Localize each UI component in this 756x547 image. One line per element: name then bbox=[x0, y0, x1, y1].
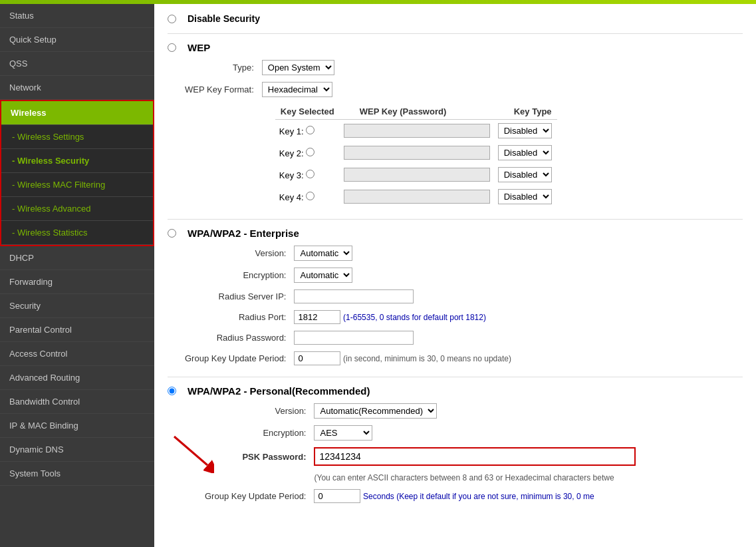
ent-encryption-select[interactable]: AutomaticTKIPAES bbox=[294, 268, 352, 283]
sidebar-item-status[interactable]: Status bbox=[0, 4, 154, 28]
wpa-personal-row: WPA/WPA2 - Personal(Recommended) bbox=[168, 385, 743, 397]
radius-password-label: Radius Password: bbox=[181, 327, 290, 348]
type-select[interactable]: Open System Shared Key Automatic bbox=[262, 60, 334, 75]
sidebar-item-network[interactable]: Network bbox=[0, 76, 154, 100]
wpa-personal-radio[interactable] bbox=[168, 387, 176, 395]
ent-encryption-label: Encryption: bbox=[181, 264, 290, 286]
sidebar-item-quicksetup[interactable]: Quick Setup bbox=[0, 28, 154, 52]
personal-group-key-note: Seconds (Keep it default if you are not … bbox=[363, 492, 594, 501]
key3-input[interactable] bbox=[344, 168, 490, 182]
group-key-input[interactable] bbox=[294, 351, 340, 365]
ent-version-select[interactable]: AutomaticWPAWPA2 bbox=[294, 246, 352, 261]
ent-encryption-row: Encryption: AutomaticTKIPAES bbox=[181, 264, 515, 286]
wireless-group: Wireless - Wireless Settings - Wireless … bbox=[0, 100, 154, 246]
psk-password-row: PSK Password: bbox=[201, 444, 640, 469]
sidebar-item-wireless-mac[interactable]: - Wireless MAC Filtering bbox=[1, 173, 153, 197]
psk-password-highlight bbox=[314, 447, 636, 466]
radius-password-input[interactable] bbox=[294, 331, 414, 345]
disable-security-radio[interactable] bbox=[168, 15, 176, 23]
psk-note: (You can enter ASCII characters between … bbox=[314, 473, 614, 482]
sidebar-item-security[interactable]: Security bbox=[0, 294, 154, 318]
sidebar-item-access-control[interactable]: Access Control bbox=[0, 342, 154, 366]
key4-label: Key 4: bbox=[275, 186, 340, 208]
key1-type-select[interactable]: Disabled64Bit128Bit bbox=[498, 123, 552, 138]
sidebar-item-wireless-security[interactable]: - Wireless Security bbox=[1, 149, 153, 173]
radius-ip-input[interactable] bbox=[294, 289, 414, 303]
wpa-enterprise-label: WPA/WPA2 - Enterprise bbox=[188, 228, 299, 239]
key1-radio[interactable] bbox=[306, 126, 315, 134]
key3-radio[interactable] bbox=[306, 170, 315, 178]
personal-version-label: Version: bbox=[201, 400, 310, 422]
personal-encryption-label: Encryption: bbox=[201, 422, 310, 444]
divider2 bbox=[168, 219, 743, 220]
sidebar-item-qss[interactable]: QSS bbox=[0, 52, 154, 76]
psk-note-row: (You can enter ASCII characters between … bbox=[201, 469, 640, 486]
wep-key-format-row: WEP Key Format: Hexadecimal ASCII bbox=[181, 79, 561, 100]
red-arrow-annotation bbox=[161, 433, 214, 475]
sidebar: Status Quick Setup QSS Network Wireless … bbox=[0, 4, 154, 547]
key2-label: Key 2: bbox=[275, 142, 340, 164]
key1-row: Key 1: Disabled64Bit128Bit bbox=[275, 120, 557, 142]
sidebar-item-dhcp[interactable]: DHCP bbox=[0, 246, 154, 270]
disable-security-label: Disable Security bbox=[188, 13, 260, 24]
key4-radio[interactable] bbox=[306, 192, 315, 200]
key3-type-select[interactable]: Disabled64Bit128Bit bbox=[498, 167, 552, 182]
wpa-enterprise-row: WPA/WPA2 - Enterprise bbox=[168, 228, 743, 240]
sidebar-item-dynamic-dns[interactable]: Dynamic DNS bbox=[0, 438, 154, 462]
wpa-enterprise-radio[interactable] bbox=[168, 229, 176, 238]
sidebar-item-wireless-advanced[interactable]: - Wireless Advanced bbox=[1, 197, 153, 221]
key2-type-select[interactable]: Disabled64Bit128Bit bbox=[498, 145, 552, 160]
key2-input[interactable] bbox=[344, 146, 490, 160]
wep-key-format-select[interactable]: Hexadecimal ASCII bbox=[262, 82, 332, 97]
sidebar-item-parental[interactable]: Parental Control bbox=[0, 318, 154, 342]
radius-port-input[interactable] bbox=[294, 310, 340, 324]
sidebar-item-forwarding[interactable]: Forwarding bbox=[0, 270, 154, 294]
sidebar-item-wireless[interactable]: Wireless bbox=[1, 101, 153, 125]
sidebar-item-ip-mac[interactable]: IP & MAC Binding bbox=[0, 414, 154, 438]
wep-keys-header-row: Key Selected WEP Key (Password) Key Type… bbox=[181, 100, 561, 211]
personal-group-key-row: Group Key Update Period: Seconds (Keep i… bbox=[201, 486, 640, 506]
radius-ip-label: Radius Server IP: bbox=[181, 286, 290, 307]
key1-input[interactable] bbox=[344, 124, 490, 138]
key3-label: Key 3: bbox=[275, 164, 340, 186]
radius-ip-row: Radius Server IP: bbox=[181, 286, 515, 307]
wpa-personal-table: Version: Automatic(Recommended)WPAWPA2 E… bbox=[201, 400, 640, 506]
wpa-enterprise-table: Version: AutomaticWPAWPA2 Encryption: Au… bbox=[181, 242, 515, 369]
radius-port-note: (1-65535, 0 stands for default port 1812… bbox=[343, 313, 486, 322]
type-label: Type: bbox=[181, 57, 258, 79]
personal-encryption-row: Encryption: AutomaticTKIPAES bbox=[201, 422, 640, 444]
key4-input[interactable] bbox=[344, 190, 490, 204]
group-key-row: Group Key Update Period: (in second, min… bbox=[181, 348, 515, 369]
sidebar-item-system-tools[interactable]: System Tools bbox=[0, 462, 154, 486]
group-key-label: Group Key Update Period: bbox=[181, 348, 290, 369]
personal-encryption-select[interactable]: AutomaticTKIPAES bbox=[314, 425, 372, 441]
personal-group-key-input[interactable] bbox=[314, 489, 360, 503]
key2-row: Key 2: Disabled64Bit128Bit bbox=[275, 142, 557, 164]
ent-version-label: Version: bbox=[181, 242, 290, 264]
wep-radio[interactable] bbox=[168, 43, 176, 52]
radius-password-row: Radius Password: bbox=[181, 327, 515, 348]
psk-password-input[interactable] bbox=[315, 449, 634, 464]
sidebar-item-wireless-settings[interactable]: - Wireless Settings bbox=[1, 125, 153, 149]
disable-security-row: Disable Security bbox=[168, 13, 743, 25]
col-key-type: Key Type bbox=[494, 104, 557, 120]
wep-key-format-label: WEP Key Format: bbox=[181, 79, 258, 100]
sidebar-item-advanced-routing[interactable]: Advanced Routing bbox=[0, 366, 154, 390]
personal-group-key-label: Group Key Update Period: bbox=[201, 486, 310, 506]
sidebar-item-wireless-statistics[interactable]: - Wireless Statistics bbox=[1, 221, 153, 245]
col-key-selected: Key Selected bbox=[275, 104, 340, 120]
wpa-personal-label: WPA/WPA2 - Personal(Recommended) bbox=[188, 385, 370, 397]
ent-version-row: Version: AutomaticWPAWPA2 bbox=[181, 242, 515, 264]
key4-row: Key 4: Disabled64Bit128Bit bbox=[275, 186, 557, 208]
sidebar-item-bandwidth[interactable]: Bandwidth Control bbox=[0, 390, 154, 414]
divider1 bbox=[168, 33, 743, 34]
key1-label: Key 1: bbox=[275, 120, 340, 142]
key4-type-select[interactable]: Disabled64Bit128Bit bbox=[498, 189, 552, 204]
personal-version-select[interactable]: Automatic(Recommended)WPAWPA2 bbox=[314, 403, 437, 419]
wep-row: WEP bbox=[168, 42, 743, 54]
key2-radio[interactable] bbox=[306, 148, 315, 156]
type-row: Type: Open System Shared Key Automatic bbox=[181, 57, 561, 79]
radius-port-row: Radius Port: (1-65535, 0 stands for defa… bbox=[181, 307, 515, 327]
wep-label: WEP bbox=[188, 42, 210, 53]
wep-keys-table: Key Selected WEP Key (Password) Key Type… bbox=[275, 104, 557, 208]
